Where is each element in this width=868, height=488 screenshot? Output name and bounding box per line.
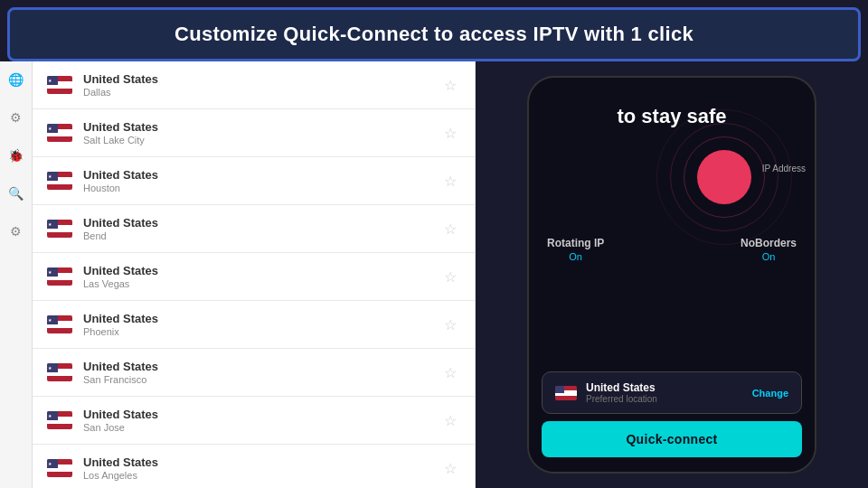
favorite-star-button[interactable]: ☆ <box>440 408 460 433</box>
favorite-star-button[interactable]: ☆ <box>440 313 460 337</box>
favorite-star-button[interactable]: ☆ <box>440 169 460 193</box>
list-item[interactable]: United States Bend ☆ <box>33 205 475 253</box>
location-text: United States Los Angeles <box>83 455 440 481</box>
location-country: United States <box>83 455 440 469</box>
list-item[interactable]: United States Dallas ☆ <box>33 61 475 109</box>
preferred-country: United States <box>586 381 752 394</box>
list-item[interactable]: United States San Francisco ☆ <box>33 349 475 397</box>
header-title: Customize Quick-Connect to access IPTV w… <box>28 23 840 46</box>
location-country: United States <box>83 264 440 277</box>
gear-icon[interactable]: ⚙ <box>7 222 25 240</box>
rotating-ip-label: Rotating IP <box>547 237 604 249</box>
flag-icon <box>47 363 72 381</box>
ip-address-label: IP Address <box>762 164 806 174</box>
location-country: United States <box>83 120 440 134</box>
quick-connect-button[interactable]: Quick-connect <box>542 421 802 457</box>
preferred-location-box: United States Preferred location Change <box>542 371 802 414</box>
rotating-ip-status: On <box>547 251 604 262</box>
location-country: United States <box>83 72 440 86</box>
preferred-text: United States Preferred location <box>586 381 752 404</box>
noborders-feature: NoBorders On <box>741 237 797 262</box>
location-city: Salt Lake City <box>83 135 440 145</box>
phone-features: Rotating IP On NoBorders On <box>547 237 797 262</box>
location-city: Bend <box>83 230 440 241</box>
search-icon[interactable]: 🔍 <box>7 184 25 202</box>
location-text: United States Bend <box>83 216 440 241</box>
phone-content: to stay safe IP Address Rotating IP On N… <box>529 78 815 362</box>
favorite-star-button[interactable]: ☆ <box>440 73 460 98</box>
location-text: United States Las Vegas <box>83 264 440 289</box>
location-country: United States <box>83 408 440 421</box>
location-city: Houston <box>83 183 440 193</box>
location-country: United States <box>83 360 440 373</box>
globe-icon[interactable]: 🌐 <box>7 70 25 89</box>
location-city: San Francisco <box>83 374 440 385</box>
main-content: 🌐 ⚙ 🐞 🔍 ⚙ United States Dallas ☆ United … <box>0 61 868 488</box>
flag-icon <box>47 267 72 286</box>
preferred-flag <box>555 386 577 400</box>
list-item[interactable]: United States Las Vegas ☆ <box>33 253 475 301</box>
preferred-sublabel: Preferred location <box>586 394 752 404</box>
phone-panel: to stay safe IP Address Rotating IP On N… <box>476 61 868 488</box>
list-item[interactable]: United States Phoenix ☆ <box>33 301 475 349</box>
favorite-star-button[interactable]: ☆ <box>440 121 460 145</box>
favorite-star-button[interactable]: ☆ <box>440 456 460 481</box>
location-list: United States Dallas ☆ United States Sal… <box>33 61 476 488</box>
location-country: United States <box>83 168 440 182</box>
ring-4 <box>656 109 792 245</box>
list-item[interactable]: United States Los Angeles ☆ <box>33 445 475 488</box>
location-text: United States Dallas <box>83 72 440 98</box>
location-city: Dallas <box>83 87 440 98</box>
flag-icon <box>47 76 72 94</box>
location-country: United States <box>83 216 440 230</box>
list-item[interactable]: United States San Jose ☆ <box>33 397 475 445</box>
noborders-status: On <box>741 251 797 262</box>
noborders-label: NoBorders <box>741 237 797 249</box>
rotating-ip-feature: Rotating IP On <box>547 237 604 262</box>
sidebar: 🌐 ⚙ 🐞 🔍 ⚙ <box>0 61 33 488</box>
change-button[interactable]: Change <box>752 388 788 399</box>
flag-icon <box>47 220 72 238</box>
phone-mockup: to stay safe IP Address Rotating IP On N… <box>527 76 816 474</box>
favorite-star-button[interactable]: ☆ <box>440 217 460 241</box>
flag-icon <box>47 315 72 333</box>
location-city: Los Angeles <box>83 470 440 481</box>
header-banner: Customize Quick-Connect to access IPTV w… <box>7 7 861 61</box>
safe-text: to stay safe <box>617 105 726 128</box>
location-city: San Jose <box>83 422 440 433</box>
phone-bottom: United States Preferred location Change … <box>529 362 815 472</box>
settings-icon[interactable]: ⚙ <box>7 108 25 127</box>
favorite-star-button[interactable]: ☆ <box>440 361 460 385</box>
location-city: Las Vegas <box>83 278 440 289</box>
location-text: United States Phoenix <box>83 312 440 337</box>
location-text: United States San Francisco <box>83 360 440 385</box>
flag-icon <box>47 172 72 190</box>
location-country: United States <box>83 312 440 325</box>
flag-icon <box>47 459 72 477</box>
location-text: United States Houston <box>83 168 440 193</box>
list-item[interactable]: United States Houston ☆ <box>33 157 475 205</box>
flag-icon <box>47 124 72 142</box>
location-text: United States Salt Lake City <box>83 120 440 145</box>
favorite-star-button[interactable]: ☆ <box>440 265 460 289</box>
location-city: Phoenix <box>83 326 440 337</box>
flag-icon <box>47 411 72 429</box>
list-item[interactable]: United States Salt Lake City ☆ <box>33 109 475 157</box>
bug-icon[interactable]: 🐞 <box>7 146 25 164</box>
location-text: United States San Jose <box>83 408 440 433</box>
